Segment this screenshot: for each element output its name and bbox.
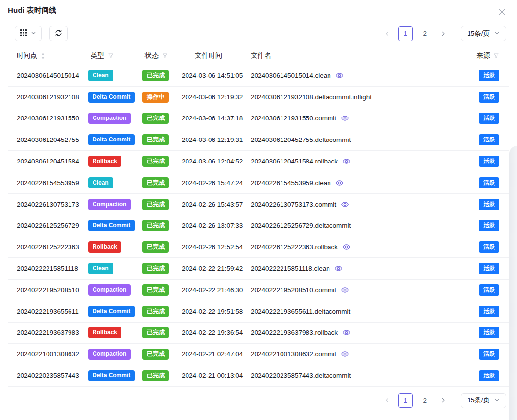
view-file-icon[interactable]: [342, 157, 351, 165]
view-file-icon[interactable]: [335, 179, 344, 187]
cell-type: Compaction: [88, 113, 142, 124]
filename-text: 20240221001308632.commit: [251, 350, 336, 358]
close-button[interactable]: [496, 6, 508, 18]
view-file-icon[interactable]: [335, 71, 344, 80]
table-row: 20240220235857443 Delta Commit 已完成 2024-…: [8, 365, 509, 387]
cell-type: Delta Commit: [88, 370, 142, 381]
page-button-1[interactable]: 1: [398, 393, 413, 408]
cell-filename: 20240222195208510.commit: [251, 286, 462, 294]
table-row: 20240222195208510 Compaction 已完成 2024-02…: [8, 280, 509, 301]
cell-filename: 20240306120451584.rollback: [251, 157, 462, 165]
close-icon: [498, 10, 506, 18]
filter-icon[interactable]: [162, 53, 168, 59]
filename-text: 20240306120452755.deltacommit: [251, 136, 351, 143]
cell-timestamp: 20240306145015014: [8, 72, 88, 79]
cell-file-time: 2024-03-06 12:19:31: [182, 136, 251, 143]
cell-status: 已完成: [142, 177, 182, 188]
source-badge: 活跃: [479, 263, 499, 274]
cell-status: 已完成: [142, 284, 182, 296]
cell-file-time: 2024-02-26 15:43:57: [182, 201, 251, 208]
cell-source: 活跃: [462, 370, 509, 381]
filter-icon[interactable]: [108, 53, 114, 59]
table-row: 20240221001308632 Compaction 已完成 2024-02…: [8, 344, 509, 365]
page-size-select[interactable]: 15条/页: [461, 393, 506, 408]
cell-timestamp: 20240220235857443: [8, 372, 88, 379]
source-badge: 活跃: [479, 199, 499, 210]
filename-text: 20240222193637983.rollback: [251, 329, 338, 336]
chevron-left-icon[interactable]: [381, 28, 393, 40]
cell-timestamp: 20240221001308632: [8, 350, 88, 358]
status-badge: 已完成: [142, 327, 169, 338]
status-badge: 已完成: [142, 263, 169, 274]
cell-type: Rollback: [88, 327, 142, 338]
view-file-icon[interactable]: [342, 243, 351, 251]
table-row: 20240306120452755 Delta Commit 已完成 2024-…: [8, 129, 509, 151]
status-badge: 已完成: [142, 349, 169, 360]
cell-timestamp: 20240222215851118: [8, 265, 88, 272]
filename-text: 20240306121932108.deltacommit.inflight: [251, 93, 372, 101]
view-file-icon[interactable]: [341, 200, 349, 209]
cell-status: 已完成: [142, 220, 182, 231]
pagination-bottom: 1 2 15条/页: [381, 393, 506, 408]
cell-source: 活跃: [462, 70, 509, 81]
page-button-1[interactable]: 1: [398, 26, 413, 41]
chevron-right-icon[interactable]: [437, 28, 449, 40]
cell-status: 已完成: [142, 263, 182, 274]
cell-source: 活跃: [462, 177, 509, 188]
status-badge: 已完成: [142, 306, 169, 317]
cell-file-time: 2024-02-26 13:07:33: [182, 222, 251, 229]
chevron-left-icon[interactable]: [381, 395, 393, 406]
type-badge: Delta Commit: [88, 306, 135, 317]
cell-file-time: 2024-02-22 21:46:30: [182, 286, 251, 294]
view-file-icon[interactable]: [341, 350, 349, 358]
table-body: 20240306145015014 Clean 已完成 2024-03-06 1…: [8, 65, 509, 387]
cell-status: 已完成: [142, 327, 182, 338]
table-row: 20240226154553959 Clean 已完成 2024-02-26 1…: [8, 172, 509, 194]
source-badge: 活跃: [479, 220, 499, 231]
type-badge: Clean: [88, 263, 113, 274]
columns-dropdown-button[interactable]: [15, 26, 42, 41]
view-file-icon[interactable]: [334, 264, 343, 273]
type-badge: Compaction: [88, 199, 131, 210]
cell-type: Compaction: [88, 284, 142, 296]
refresh-icon: [55, 29, 62, 38]
cell-filename: 20240222215851118.clean: [251, 264, 462, 273]
table-row: 20240226130753173 Compaction 已完成 2024-02…: [8, 194, 509, 215]
cell-type: Rollback: [88, 241, 142, 253]
filter-icon[interactable]: [494, 53, 499, 59]
page-button-2[interactable]: 2: [418, 393, 432, 408]
cell-status: 已完成: [142, 134, 182, 145]
page-button-2[interactable]: 2: [418, 26, 432, 41]
cell-timestamp: 20240226154553959: [8, 179, 88, 187]
cell-source: 活跃: [462, 327, 509, 338]
cell-filename: 20240306145015014.clean: [251, 71, 462, 80]
cell-timestamp: 20240222195208510: [8, 286, 88, 294]
cell-status: 已完成: [142, 113, 182, 124]
view-file-icon[interactable]: [341, 114, 349, 122]
filename-text: 20240226125256729.deltacommit: [251, 222, 351, 229]
cell-source: 活跃: [462, 349, 509, 360]
status-badge: 操作中: [142, 92, 169, 103]
cell-source: 活跃: [462, 156, 509, 167]
refresh-button[interactable]: [49, 26, 68, 41]
source-badge: 活跃: [479, 306, 499, 317]
filename-text: 20240220235857443.deltacommit: [251, 372, 351, 379]
chevron-right-icon[interactable]: [437, 395, 449, 406]
cell-file-time: 2024-02-22 19:51:58: [182, 308, 251, 315]
cell-filename: 20240220235857443.deltacommit: [251, 372, 462, 379]
table-row: 20240306121932108 Delta Commit 操作中 2024-…: [8, 87, 509, 108]
type-badge: Compaction: [88, 113, 131, 124]
cell-source: 活跃: [462, 306, 509, 317]
page-size-select[interactable]: 15条/页: [461, 26, 506, 41]
table-row: 20240222193637983 Rollback 已完成 2024-02-2…: [8, 323, 509, 344]
cell-timestamp: 20240306120451584: [8, 158, 88, 165]
source-badge: 活跃: [479, 241, 499, 253]
view-file-icon[interactable]: [342, 328, 351, 337]
cell-filename: 20240226125256729.deltacommit: [251, 222, 462, 229]
filename-text: 20240226125222363.rollback: [251, 243, 338, 251]
view-file-icon[interactable]: [341, 286, 349, 294]
cell-status: 已完成: [142, 370, 182, 381]
type-badge: Rollback: [88, 156, 121, 167]
sorter-icon[interactable]: [41, 53, 45, 59]
cell-filename: 20240226130753173.commit: [251, 200, 462, 209]
